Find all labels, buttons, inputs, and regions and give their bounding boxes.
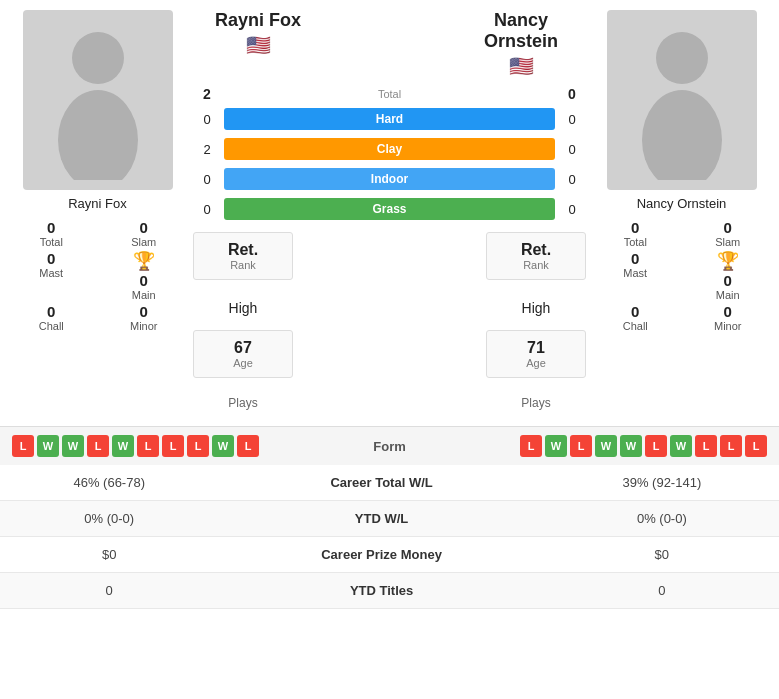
right-form-7: W	[670, 435, 692, 457]
left-player-card: Rayni Fox 0 Total 0 Slam 0 Mast 🏆 0 Mai	[10, 10, 185, 416]
stat-row-ytd-wl: 0% (0-0) YTD W/L 0% (0-0)	[0, 501, 779, 537]
career-total-left: 46% (66-78)	[0, 465, 218, 501]
total-label: Total	[378, 88, 401, 100]
grass-left-score: 0	[193, 202, 221, 217]
left-age-value: 67	[206, 339, 280, 357]
info-boxes-row: Ret. Rank High 67 Age Plays Ret. Rank	[193, 232, 586, 416]
clay-badge: Clay	[224, 138, 555, 160]
left-form-6: L	[137, 435, 159, 457]
left-trophy-icon: 🏆	[133, 250, 155, 272]
hard-right-score: 0	[558, 112, 586, 127]
surface-row-indoor: 0 Indoor 0	[193, 168, 586, 190]
stat-row-career-total: 46% (66-78) Career Total W/L 39% (92-141…	[0, 465, 779, 501]
left-stat-total: 0 Total	[10, 219, 93, 248]
left-trophy-main: 🏆 0 Main	[103, 250, 186, 301]
right-form-6: L	[645, 435, 667, 457]
right-form-1: L	[520, 435, 542, 457]
prize-money-label: Career Prize Money	[218, 537, 544, 573]
left-stat-mast: 0 Mast	[10, 250, 93, 301]
right-rank-box: Ret. Rank	[486, 232, 586, 280]
right-stat-minor: 0 Minor	[687, 303, 770, 332]
left-form-1: L	[12, 435, 34, 457]
left-age-box: 67 Age	[193, 330, 293, 378]
right-trophy-icon: 🏆	[717, 250, 739, 272]
right-form-badges: L W L W W L W L L L	[520, 435, 767, 457]
right-player-card: Nancy Ornstein 0 Total 0 Slam 0 Mast 🏆 0	[594, 10, 769, 416]
form-section: L W W L W L L L W L Form L W L W W L W L…	[0, 426, 779, 465]
left-name-flag: Rayni Fox 🇺🇸	[193, 10, 323, 78]
right-stat-mast: 0 Mast	[594, 250, 677, 301]
left-age-label: Age	[206, 357, 280, 369]
right-rank-value: Ret.	[499, 241, 573, 259]
right-age-box: 71 Age	[486, 330, 586, 378]
left-flag-icon: 🇺🇸	[246, 33, 271, 57]
svg-point-1	[58, 90, 138, 180]
right-form-3: L	[570, 435, 592, 457]
left-form-9: W	[212, 435, 234, 457]
total-row: 2 Total 0	[193, 86, 586, 102]
right-form-4: W	[595, 435, 617, 457]
center-section: Rayni Fox 🇺🇸 Nancy Ornstein 🇺🇸 2 Total 0…	[193, 10, 586, 416]
ytd-titles-right: 0	[545, 573, 779, 609]
stat-row-prize-money: $0 Career Prize Money $0	[0, 537, 779, 573]
career-total-right: 39% (92-141)	[545, 465, 779, 501]
ytd-wl-label: YTD W/L	[218, 501, 544, 537]
right-player-avatar	[607, 10, 757, 190]
surface-rows: 0 Hard 0 2 Clay 0 0 Indoor 0 0 Grass	[193, 108, 586, 224]
right-flag-icon: 🇺🇸	[509, 54, 534, 78]
right-form-5: W	[620, 435, 642, 457]
grass-badge: Grass	[224, 198, 555, 220]
ytd-titles-label: YTD Titles	[218, 573, 544, 609]
left-stat-slam: 0 Slam	[103, 219, 186, 248]
left-form-2: W	[37, 435, 59, 457]
left-stat-minor: 0 Minor	[103, 303, 186, 332]
right-info-col: Ret. Rank High 71 Age Plays	[486, 232, 586, 416]
surface-row-clay: 2 Clay 0	[193, 138, 586, 160]
ytd-titles-left: 0	[0, 573, 218, 609]
svg-point-3	[642, 90, 722, 180]
ytd-wl-right: 0% (0-0)	[545, 501, 779, 537]
grass-right-score: 0	[558, 202, 586, 217]
prize-money-left: $0	[0, 537, 218, 573]
right-stat-total: 0 Total	[594, 219, 677, 248]
right-player-name: Nancy Ornstein	[637, 196, 727, 211]
left-form-3: W	[62, 435, 84, 457]
prize-money-right: $0	[545, 537, 779, 573]
names-flags-row: Rayni Fox 🇺🇸 Nancy Ornstein 🇺🇸	[193, 10, 586, 78]
clay-left-score: 2	[193, 142, 221, 157]
left-rank-label: Rank	[206, 259, 280, 271]
right-form-9: L	[720, 435, 742, 457]
right-trophy-main: 🏆 0 Main	[687, 250, 770, 301]
svg-point-2	[656, 32, 708, 84]
left-plays-label: Plays	[193, 390, 293, 416]
left-player-avatar	[23, 10, 173, 190]
indoor-right-score: 0	[558, 172, 586, 187]
left-rank-box: Ret. Rank	[193, 232, 293, 280]
form-label: Form	[259, 439, 520, 454]
right-player-stats: 0 Total 0 Slam 0 Mast 🏆 0 Main 0	[594, 219, 769, 332]
right-stat-chall: 0 Chall	[594, 303, 677, 332]
hard-badge: Hard	[224, 108, 555, 130]
left-form-5: W	[112, 435, 134, 457]
left-player-stats: 0 Total 0 Slam 0 Mast 🏆 0 Main 0	[10, 219, 185, 332]
left-form-10: L	[237, 435, 259, 457]
left-rank-value: Ret.	[206, 241, 280, 259]
svg-point-0	[72, 32, 124, 84]
left-player-name-header: Rayni Fox	[215, 10, 301, 31]
bottom-stats-table: 46% (66-78) Career Total W/L 39% (92-141…	[0, 465, 779, 609]
clay-right-score: 0	[558, 142, 586, 157]
surface-row-hard: 0 Hard 0	[193, 108, 586, 130]
left-high-label: High	[193, 292, 293, 324]
right-form-8: L	[695, 435, 717, 457]
stat-row-ytd-titles: 0 YTD Titles 0	[0, 573, 779, 609]
surface-row-grass: 0 Grass 0	[193, 198, 586, 220]
left-info-col: Ret. Rank High 67 Age Plays	[193, 232, 293, 416]
career-total-label: Career Total W/L	[218, 465, 544, 501]
hard-left-score: 0	[193, 112, 221, 127]
right-form-10: L	[745, 435, 767, 457]
right-high-label: High	[486, 292, 586, 324]
ytd-wl-left: 0% (0-0)	[0, 501, 218, 537]
left-form-badges: L W W L W L L L W L	[12, 435, 259, 457]
right-plays-label: Plays	[486, 390, 586, 416]
right-age-label: Age	[499, 357, 573, 369]
